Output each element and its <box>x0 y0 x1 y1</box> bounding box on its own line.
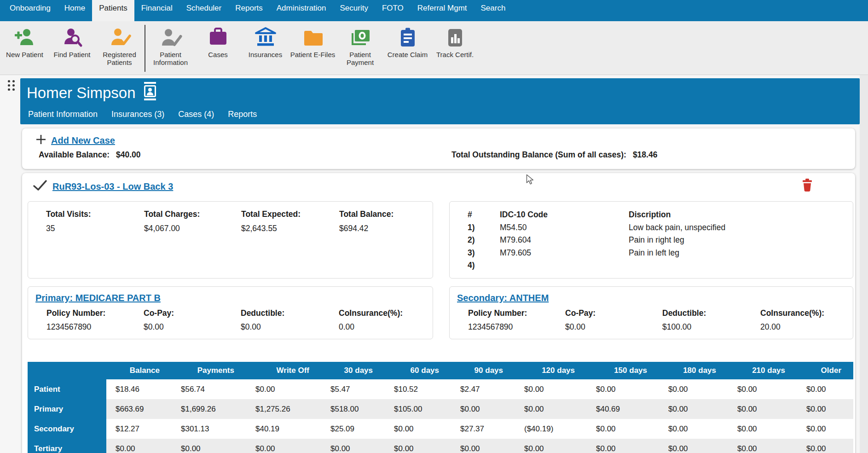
person-search-icon <box>61 25 83 50</box>
aging-cell: $0.00 <box>587 439 659 453</box>
patients-toolbar: New Patient Find Patient Registered Pati… <box>0 21 868 75</box>
icd-row-code: M79.605 <box>500 247 629 260</box>
aging-cell: $0.00 <box>728 399 797 419</box>
aging-cell: $0.00 <box>321 439 385 453</box>
toolbar-item-label: Track Certif. <box>436 51 474 58</box>
drag-handle-icon[interactable] <box>8 80 15 91</box>
toolbar-registered-patients[interactable]: Registered Patients <box>96 21 143 75</box>
aging-cell: $0.00 <box>728 419 797 439</box>
policy-number-value: 1234567890 <box>468 322 565 332</box>
icd-row-num: 4) <box>468 259 500 272</box>
aging-cell: $0.00 <box>797 439 853 453</box>
deductible-value: $100.00 <box>662 322 760 332</box>
aging-cell: $0.00 <box>451 399 515 419</box>
tab-reports[interactable]: Reports <box>228 110 257 119</box>
bank-icon <box>255 25 277 50</box>
aging-cell: $0.00 <box>797 379 853 399</box>
total-expected-value: $2,643.55 <box>241 224 339 233</box>
add-new-case-link[interactable]: Add New Case <box>51 135 115 146</box>
toolbar-item-label: Patient Payment <box>336 51 384 66</box>
aging-header: 150 days <box>587 362 659 379</box>
main-nav: Onboarding Home Patients Financial Sched… <box>0 0 868 21</box>
deductible-value: $0.00 <box>241 322 339 332</box>
coinsurance-value: 0.00 <box>339 322 433 332</box>
contact-card-icon[interactable] <box>142 81 158 105</box>
aging-cell: $0.00 <box>246 439 321 453</box>
aging-cell: $518.00 <box>321 399 385 419</box>
total-charges-label: Total Charges: <box>144 209 241 219</box>
aging-cell: $56.74 <box>172 379 246 399</box>
case-title-link[interactable]: RuR93-Los-03 - Low Back 3 <box>52 181 173 192</box>
nav-referral-mgmt[interactable]: Referral Mgmt <box>411 0 474 21</box>
toolbar-patient-information[interactable]: Patient Information <box>147 21 194 75</box>
toolbar-find-patient[interactable]: Find Patient <box>48 21 96 75</box>
toolbar-item-label: Create Claim <box>388 51 428 58</box>
toolbar-item-label: New Patient <box>6 51 43 58</box>
primary-insurance-link[interactable]: Primary: MEDICARE PART B <box>35 293 161 303</box>
vertical-scrollbar[interactable] <box>860 75 868 453</box>
plus-icon[interactable] <box>36 134 46 146</box>
nav-financial[interactable]: Financial <box>134 0 179 21</box>
aging-row-label: Secondary <box>28 419 106 439</box>
aging-cell: $0.00 <box>797 399 853 419</box>
aging-header: 90 days <box>451 362 515 379</box>
aging-cell: ($40.19) <box>515 419 587 439</box>
nav-patients[interactable]: Patients <box>92 0 134 21</box>
secondary-insurance-box: Secondary: ANTHEM Policy Number:12345678… <box>449 286 853 339</box>
icd-row-code: M54.50 <box>500 221 629 234</box>
toolbar-item-label: Patient Information <box>147 51 194 66</box>
toolbar-patient-payment[interactable]: Patient Payment <box>336 21 384 75</box>
total-visits-value: 35 <box>46 224 144 233</box>
delete-case-trash-icon[interactable] <box>802 179 813 193</box>
tab-patient-information[interactable]: Patient Information <box>28 110 98 119</box>
nav-security[interactable]: Security <box>333 0 375 21</box>
outstanding-balance-label: Total Outstanding Balance (Sum of all ca… <box>451 150 626 160</box>
aging-header: Balance <box>106 362 172 379</box>
icd-row-code <box>500 259 629 272</box>
aging-cell: $10.52 <box>385 379 451 399</box>
toolbar-divider <box>145 25 145 72</box>
aging-cell: $0.00 <box>451 439 515 453</box>
icd-row-desc: Pain in left leg <box>629 247 853 260</box>
toolbar-insurances[interactable]: Insurances <box>242 21 289 75</box>
patient-name: Homer Simpson <box>27 84 136 102</box>
secondary-insurance-link[interactable]: Secondary: ANTHEM <box>457 293 549 303</box>
nav-reports[interactable]: Reports <box>228 0 270 21</box>
toolbar-item-label: Patient E-Files <box>290 51 336 58</box>
nav-search[interactable]: Search <box>474 0 513 21</box>
coinsurance-value: 20.00 <box>760 322 853 332</box>
case-card: RuR93-Los-03 - Low Back 3 Total Visits:3… <box>22 173 855 453</box>
nav-scheduler[interactable]: Scheduler <box>179 0 229 21</box>
aging-header: 120 days <box>515 362 587 379</box>
aging-cell: $1,699.26 <box>172 399 246 419</box>
aging-table: Balance Payments Write Off 30 days 60 da… <box>28 362 853 453</box>
aging-header: Older <box>797 362 853 379</box>
aging-header: 60 days <box>385 362 451 379</box>
aging-row-label: Primary <box>28 399 106 419</box>
add-case-card: Add New Case Available Balance: $40.00 T… <box>22 128 855 169</box>
clipboard-icon <box>397 25 419 50</box>
aging-cell: $0.00 <box>659 379 728 399</box>
aging-cell: $40.19 <box>246 419 321 439</box>
person-edit-icon <box>159 25 182 50</box>
nav-onboarding[interactable]: Onboarding <box>3 0 58 21</box>
nav-administration[interactable]: Administration <box>270 0 333 21</box>
aging-cell: $301.13 <box>172 419 246 439</box>
toolbar-track-certif[interactable]: Track Certif. <box>431 21 479 75</box>
check-icon[interactable] <box>33 180 47 193</box>
aging-header: Write Off <box>246 362 321 379</box>
coinsurance-label: CoInsurance(%): <box>760 308 853 318</box>
toolbar-cases[interactable]: Cases <box>194 21 242 75</box>
aging-cell: $0.00 <box>797 419 853 439</box>
toolbar-new-patient[interactable]: New Patient <box>1 21 48 75</box>
folder-icon <box>302 25 324 50</box>
aging-cell: $25.09 <box>321 419 385 439</box>
toolbar-create-claim[interactable]: Create Claim <box>384 21 431 75</box>
toolbar-item-label: Cases <box>208 51 228 58</box>
tab-cases[interactable]: Cases (4) <box>178 110 214 119</box>
nav-foto[interactable]: FOTO <box>375 0 411 21</box>
icd-row-desc <box>629 259 853 272</box>
toolbar-patient-e-files[interactable]: Patient E-Files <box>289 21 336 75</box>
nav-home[interactable]: Home <box>58 0 92 21</box>
tab-insurances[interactable]: Insurances (3) <box>111 110 164 119</box>
